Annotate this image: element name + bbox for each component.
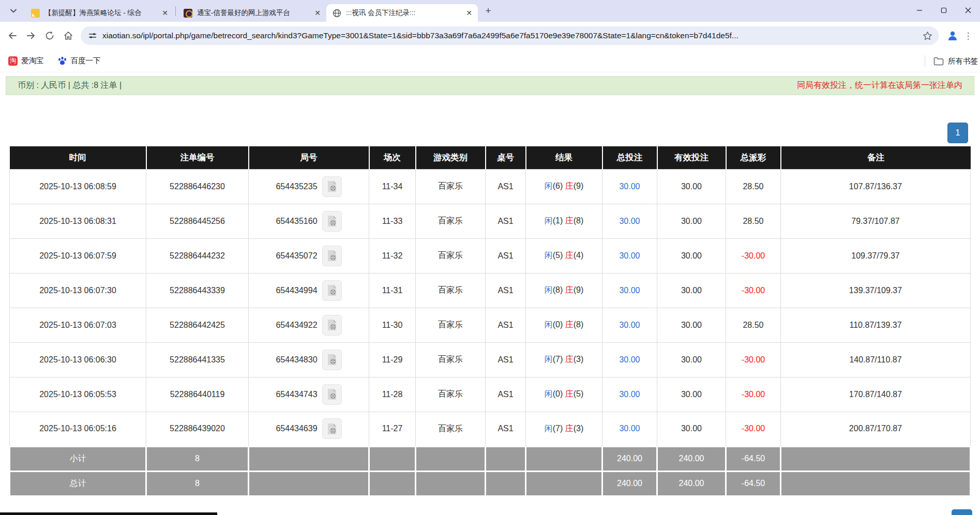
total-total-bet: 240.00 [602,471,657,496]
bookmark-aitaobao[interactable]: 淘 爱淘宝 [8,56,44,66]
bookmarks-bar: 淘 爱淘宝 百度一下 所有书签 [0,50,980,72]
round-number: 654434639 [276,424,317,433]
close-tab-icon[interactable]: ✕ [313,8,322,18]
cell-valid-bet: 30.00 [657,238,726,273]
tab-tongbao[interactable]: 通宝-信誉最好的网上游戏平台 ✕ [177,4,326,22]
round-number: 654435235 [276,182,317,191]
browser-tab-bar: 【新提醒】海燕策略论坛 - 综合 ✕ 通宝-信誉最好的网上游戏平台 ✕ :::视… [0,0,980,22]
cell-total-bet-link[interactable]: 30.00 [602,238,657,273]
video-replay-button[interactable] [322,211,342,232]
cell-bet-no: 522886442425 [146,308,249,342]
cell-session: 11-30 [369,308,416,342]
new-tab-button[interactable]: + [481,4,495,18]
total-remark [781,471,971,496]
cell-payout: 28.50 [726,308,781,342]
video-replay-button[interactable] [322,315,342,336]
cell-game-type: 百家乐 [416,412,486,446]
cell-game-type: 百家乐 [416,169,486,204]
profile-avatar[interactable] [944,27,961,44]
round-number: 654435160 [276,217,317,226]
cell-payout: -30.00 [726,342,781,377]
round-number: 654434922 [276,321,317,330]
browser-menu-icon[interactable]: ⋮ [961,27,975,44]
cell-payout: 28.50 [726,169,781,204]
cell-result: 闲(8) 庄(9) [526,273,602,308]
cell-bet-no: 522886445256 [146,204,249,238]
close-window-button[interactable] [956,0,980,21]
close-tab-icon[interactable]: ✕ [464,8,474,18]
bookmark-label: 百度一下 [71,56,101,66]
forward-button[interactable] [22,26,40,45]
folder-icon [933,57,944,66]
video-replay-button[interactable] [322,384,342,405]
cell-time: 2025-10-13 06:08:31 [10,204,146,238]
video-replay-button[interactable] [322,176,342,197]
reload-button[interactable] [40,26,59,45]
cell-session: 11-31 [369,273,416,308]
cell-round-no: 654434994 [249,273,369,308]
cell-time: 2025-10-13 06:08:59 [10,169,146,204]
cell-total-bet-link[interactable]: 30.00 [602,412,657,446]
subtotal-valid-bet: 240.00 [657,446,726,471]
cell-result: 闲(6) 庄(9) [526,169,602,204]
table-row: 2025-10-13 06:07:59 522886444232 6544350… [10,238,971,273]
back-button[interactable] [3,26,22,45]
video-replay-button[interactable] [322,246,342,266]
cell-total-bet-link[interactable]: 30.00 [602,342,657,377]
close-tab-icon[interactable]: ✕ [160,8,170,18]
cell-result: 闲(1) 庄(8) [526,204,602,238]
cell-result: 闲(5) 庄(4) [526,238,602,273]
site-settings-icon[interactable] [88,31,97,40]
cell-table-no: AS1 [486,273,526,308]
cell-round-no: 654434922 [249,308,369,342]
cell-remark: 79.37/107.87 [781,204,971,238]
header-game-type: 游戏类别 [416,146,486,169]
cell-remark: 109.37/79.37 [781,238,971,273]
currency-summary-text: 币别 : 人民币 | 总共 :8 注单 | [18,80,122,91]
header-round-no: 局号 [249,146,369,169]
cell-table-no: AS1 [486,169,526,204]
video-replay-button[interactable] [322,418,342,439]
cell-time: 2025-10-13 06:07:30 [10,273,146,308]
cell-session: 11-27 [369,412,416,446]
cell-total-bet-link[interactable]: 30.00 [602,308,657,342]
header-table-no: 桌号 [486,146,526,169]
tab-forum[interactable]: 【新提醒】海燕策略论坛 - 综合 ✕ [25,4,174,22]
bookmark-star-icon[interactable] [923,31,932,41]
tab-search-button[interactable] [6,4,21,18]
cell-game-type: 百家乐 [416,204,486,238]
bottom-pagination-peek[interactable] [952,509,972,515]
tongbao-favicon-icon [184,9,192,18]
header-result: 结果 [526,146,602,169]
subtotal-payout: -64.50 [726,446,781,471]
bookmark-baidu[interactable]: 百度一下 [57,56,101,66]
video-replay-button[interactable] [322,280,342,301]
taobao-icon: 淘 [8,56,18,66]
cell-result: 闲(7) 庄(3) [526,412,602,446]
cell-total-bet-link[interactable]: 30.00 [602,169,657,204]
all-bookmarks[interactable]: 所有书签 [925,50,978,72]
maximize-button[interactable] [931,0,956,21]
forum-favicon-icon [31,9,40,18]
cell-total-bet-link[interactable]: 30.00 [602,204,657,238]
address-bar[interactable]: xiaotian.so/ipl/portal.php/game/betrecor… [81,26,939,45]
cell-total-bet-link[interactable]: 30.00 [602,273,657,308]
cell-game-type: 百家乐 [416,342,486,377]
minimize-button[interactable] [907,0,931,21]
total-label: 总计 [10,471,146,496]
url-text[interactable]: xiaotian.so/ipl/portal.php/game/betrecor… [102,31,918,40]
subtotal-remark [781,446,971,471]
cell-result: 闲(0) 庄(5) [526,377,602,412]
cell-total-bet-link[interactable]: 30.00 [602,377,657,412]
home-button[interactable] [59,26,78,45]
cell-round-no: 654434830 [249,342,369,377]
tab-bet-records-active[interactable]: :::视讯 会员下注纪录::: ✕ [326,4,478,22]
cell-remark: 170.87/140.87 [781,377,971,412]
pagination-page-1-button[interactable]: 1 [947,123,968,143]
total-payout: -64.50 [726,471,781,496]
header-payout: 总派彩 [726,146,781,169]
cell-game-type: 百家乐 [416,238,486,273]
cell-bet-no: 522886443339 [146,273,249,308]
video-replay-button[interactable] [322,350,342,370]
globe-icon [333,9,341,18]
